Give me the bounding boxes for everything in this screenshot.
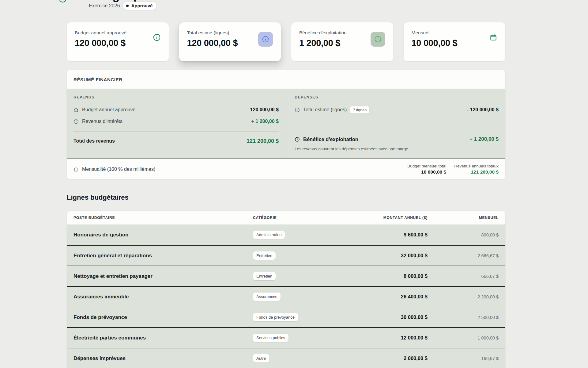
expense-row-estimated-total: Total estimé (lignes) 7 lignes - 120 000… [295,104,499,116]
table-row[interactable]: Honoraires de gestion Administration 9 6… [67,224,505,245]
table-row[interactable]: Fonds de prévoyance Fonds de prévoyance … [67,307,505,327]
summary-footer: Mensualité (100 % des millièmes) Budget … [67,159,505,179]
expenses-column: DÉPENSES Total estimé (lignes) 7 lignes … [287,89,505,159]
financial-summary-panel: RÉSUMÉ FINANCIER REVENUS Budget annuel a… [67,70,505,179]
info-circle-icon[interactable] [371,32,385,47]
monthly-amount: 666,67 $ [428,274,499,279]
column-header-monthly: MENSUEL [428,216,499,220]
operating-profit-note: Les revenus couvrent les dépenses estimé… [295,147,499,151]
annual-amount: 26 400,00 $ [363,294,428,300]
summary-title: RÉSUMÉ FINANCIER [74,77,499,82]
revenues-heading: REVENUS [74,95,279,99]
card-value: 120 000,00 $ [187,38,238,48]
revenue-row-interest: Revenus d'intérêts + 1 200,00 $ [74,116,279,127]
lines-count-badge: 7 lignes [350,106,369,113]
card-label: Mensuel [412,30,458,36]
category-pill: Services publics [253,334,288,342]
card-label: Bénéfice d'exploitation [299,30,347,36]
line-item-name: Électricité parties communes [74,335,253,341]
budget-lines-title: Lignes budgétaires [67,193,505,202]
card-operating-profit[interactable]: Bénéfice d'exploitation 1 200,00 $ [291,22,393,61]
calendar-icon [74,167,79,172]
monthly-budget-total: Budget mensuel total 10 000,00 $ [407,164,446,175]
revenues-total-row: Total des revenus 121 200,00 $ [74,135,279,147]
info-circle-icon[interactable] [258,32,273,47]
expenses-heading: DÉPENSES [295,95,499,99]
line-item-name: Fonds de prévoyance [74,314,253,320]
line-item-name: Nettoyage et entretien paysager [74,273,253,279]
annual-amount: 9 600,00 $ [363,232,428,238]
info-circle-icon[interactable] [295,137,300,142]
monthly-amount: 1 000,00 $ [428,335,499,340]
stat-cards-row: Budget annuel approuvé 120 000,00 $ Tota… [67,22,505,61]
info-circle-icon[interactable] [295,107,300,113]
card-value: 1 200,00 $ [299,38,347,48]
table-header: POSTE BUDGÉTAIRE CATÉGORIE MONTANT ANNUE… [67,211,505,224]
status-dot-icon [126,5,129,7]
divider [295,130,499,130]
card-value: 120 000,00 $ [75,38,126,48]
line-item-name: Entretien général et réparations [74,253,253,259]
category-pill: Assurances [253,293,281,301]
monthly-amount: 2 500,00 $ [428,315,499,320]
budget-lines-table: POSTE BUDGÉTAIRE CATÉGORIE MONTANT ANNUE… [67,211,505,368]
annual-amount: 2 000,00 $ [363,355,428,361]
category-pill: Entretien [253,251,276,260]
revenues-column: REVENUS Budget annuel approuvé 120 000,0… [67,89,287,159]
table-row[interactable]: Électricité parties communes Services pu… [67,327,505,348]
monthly-amount: 800,00 $ [428,232,499,237]
status-circle-icon [59,0,66,2]
column-header-item: POSTE BUDGÉTAIRE [74,216,253,220]
column-header-category: CATÉGORIE [253,216,363,220]
monthly-amount: 2 666,67 $ [428,253,499,258]
line-item-name: Honoraires de gestion [74,232,253,238]
info-circle-icon[interactable] [153,33,161,61]
monthly-amount: 2 200,00 $ [428,294,499,299]
table-row[interactable]: Nettoyage et entretien paysager Entretie… [67,266,505,286]
operating-profit-row: Bénéfice d'exploitation + 1 200,00 $ [295,133,499,145]
home-icon [74,107,79,113]
annual-amount: 30 000,00 $ [363,314,428,320]
card-label: Budget annuel approuvé [75,30,126,36]
status-badge: Approuvé [123,2,157,10]
category-pill: Fonds de prévoyance [253,313,298,321]
category-pill: Administration [253,231,285,239]
table-row[interactable]: Dépenses imprévues Autre 2 000,00 $ 166,… [67,348,505,368]
card-estimated-total[interactable]: Total estimé (lignes) 120 000,00 $ [179,22,281,61]
card-value: 10 000,00 $ [412,38,458,48]
card-monthly[interactable]: Mensuel 10 000,00 $ [404,22,506,61]
info-circle-icon[interactable] [74,119,79,124]
line-item-name: Dépenses imprévues [74,355,253,362]
calendar-icon [489,33,497,61]
monthly-payment-label: Mensualité (100 % des millièmes) [82,167,155,172]
table-row[interactable]: Assurances immeuble Assurances 26 400,00… [67,286,505,307]
monthly-amount: 166,67 $ [428,356,499,361]
page-header: Budget prévisionnel Exercice 2026 Approu… [67,0,505,17]
divider [74,131,279,132]
category-pill: Entretien [253,272,276,280]
line-item-name: Assurances immeuble [74,294,253,300]
budget-page: Budget prévisionnel Exercice 2026 Approu… [0,0,588,368]
table-row[interactable]: Entretien général et réparations Entreti… [67,245,505,266]
fiscal-year-label: Exercice 2026 [89,3,120,9]
annual-amount: 12 000,00 $ [363,335,428,341]
card-label: Total estimé (lignes) [187,30,238,36]
annual-amount: 8 000,00 $ [363,273,428,279]
annual-revenues-total: Revenus annuels totaux 121 200,00 $ [454,164,499,175]
revenue-row-approved-budget: Budget annuel approuvé 120 000,00 $ [74,104,279,116]
category-pill: Autre [253,354,269,362]
column-header-annual: MONTANT ANNUEL ($) [363,216,428,220]
annual-amount: 32 000,00 $ [363,253,428,259]
card-approved-annual-budget[interactable]: Budget annuel approuvé 120 000,00 $ [67,22,169,61]
